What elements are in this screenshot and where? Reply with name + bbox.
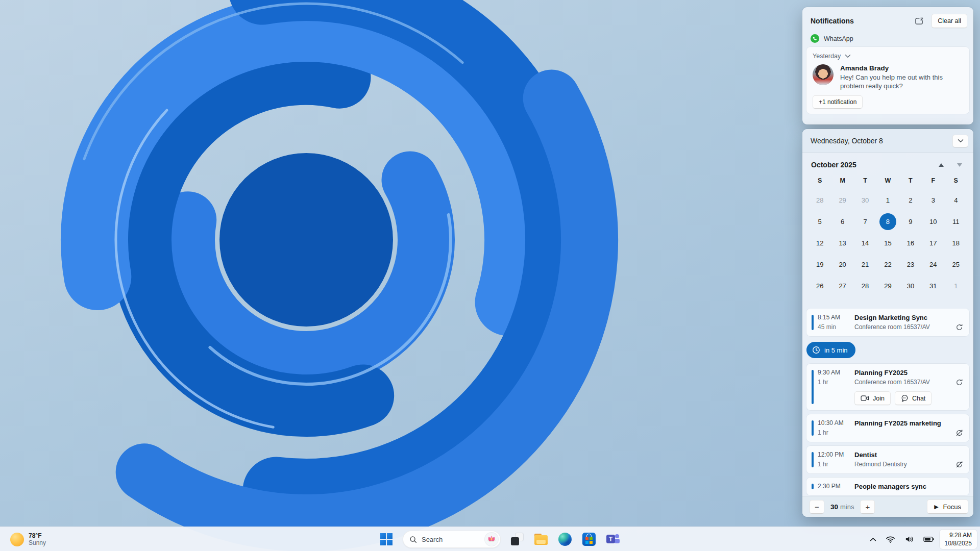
event-card[interactable]: 12:00 PM Dentist 1 hr Redmond Dentistry: [806, 446, 969, 473]
clock-date-button[interactable]: 9:28 AM 10/8/2025: [940, 530, 977, 549]
notification-group-toggle[interactable]: Yesterday: [813, 53, 851, 60]
focus-minutes-unit: mins: [840, 503, 854, 511]
edge-icon: [558, 533, 572, 546]
weekday-label: T: [854, 172, 876, 189]
show-hidden-icons-button[interactable]: [866, 530, 880, 548]
join-button[interactable]: Join: [854, 391, 891, 405]
calendar-day[interactable]: 22: [876, 254, 899, 275]
reminder-pill[interactable]: in 5 min: [806, 342, 855, 358]
day-number: 8: [879, 213, 896, 230]
calendar-day[interactable]: 4: [945, 189, 967, 211]
calendar-day[interactable]: 30: [854, 189, 876, 211]
calendar-day[interactable]: 3: [922, 189, 944, 211]
file-explorer-icon: [534, 534, 548, 545]
calendar-day[interactable]: 1: [945, 275, 967, 296]
calendar-day[interactable]: 18: [945, 232, 967, 254]
avatar: [813, 64, 834, 85]
do-not-disturb-icon[interactable]: [911, 14, 927, 28]
calendar-day[interactable]: 7: [854, 211, 876, 232]
chat-icon: [901, 394, 909, 402]
calendar-day[interactable]: 25: [945, 254, 967, 275]
calendar-day[interactable]: 24: [922, 254, 944, 275]
calendar-day[interactable]: 9: [899, 211, 922, 232]
day-number: 13: [834, 235, 851, 252]
event-time: 2:30 PM: [818, 483, 849, 490]
start-button[interactable]: [379, 532, 394, 547]
calendar-day[interactable]: 29: [831, 189, 853, 211]
calendar-day[interactable]: 17: [922, 232, 944, 254]
calendar-day[interactable]: 23: [899, 254, 922, 275]
month-previous-icon[interactable]: [939, 163, 944, 167]
search-label: Search: [422, 536, 480, 543]
calendar-day[interactable]: 16: [899, 232, 922, 254]
event-card[interactable]: 2:30 PM People managers sync: [806, 478, 969, 495]
weekday-label: M: [831, 172, 853, 189]
chevron-up-icon: [870, 537, 876, 542]
edge-button[interactable]: [557, 532, 573, 547]
calendar-collapse-button[interactable]: [952, 135, 968, 147]
notifications-header: Notifications Clear all: [802, 7, 973, 31]
calendar-day[interactable]: 26: [808, 275, 831, 296]
calendar-day[interactable]: 2: [899, 189, 922, 211]
volume-button[interactable]: [901, 530, 918, 548]
battery-button[interactable]: [920, 530, 938, 548]
task-view-button[interactable]: [509, 532, 525, 547]
calendar-day[interactable]: 14: [854, 232, 876, 254]
event-card[interactable]: 10:30 AM Planning FY2025 marketing 1 hr: [806, 414, 969, 442]
more-notifications-button[interactable]: +1 notification: [813, 95, 863, 109]
calendar-day[interactable]: 19: [808, 254, 831, 275]
task-view-icon: [511, 533, 523, 545]
day-number: 19: [812, 256, 828, 273]
calendar-day[interactable]: 12: [808, 232, 831, 254]
event-location: Redmond Dentistry: [854, 461, 948, 468]
day-number: 9: [902, 213, 919, 230]
wifi-button[interactable]: [882, 530, 899, 548]
month-next-icon[interactable]: [957, 163, 962, 167]
calendar-day[interactable]: 13: [831, 232, 853, 254]
calendar-panel: Wednesday, October 8 October 2025 S M T …: [802, 129, 973, 517]
clear-all-button[interactable]: Clear all: [932, 14, 967, 28]
wifi-icon: [886, 535, 895, 543]
notification-app-name: WhatsApp: [824, 35, 853, 42]
play-icon: ▶: [934, 504, 938, 510]
notification-card[interactable]: Yesterday Amanda Brady Hey! Can you help…: [806, 47, 969, 114]
focus-minutes-value: 30: [830, 503, 838, 511]
calendar-day[interactable]: 31: [922, 275, 944, 296]
file-explorer-button[interactable]: [533, 532, 549, 547]
event-card[interactable]: 8:15 AM Design Marketing Sync 45 min Con…: [806, 309, 969, 336]
calendar-day[interactable]: 27: [831, 275, 853, 296]
focus-button[interactable]: ▶ Focus: [927, 499, 968, 514]
calendar-day[interactable]: 1: [876, 189, 899, 211]
calendar-day[interactable]: 6: [831, 211, 853, 232]
day-number: 25: [947, 256, 964, 273]
calendar-day[interactable]: 28: [808, 189, 831, 211]
notification-group-label: Yesterday: [813, 53, 841, 60]
calendar-day[interactable]: 28: [854, 275, 876, 296]
calendar-day[interactable]: 29: [876, 275, 899, 296]
microsoft-store-button[interactable]: [581, 532, 597, 547]
day-number: 17: [925, 235, 942, 252]
taskbar: 78°F Sunny Search: [0, 527, 980, 551]
day-number: 1: [947, 278, 964, 294]
day-number: 15: [879, 235, 896, 252]
teams-button[interactable]: T: [605, 532, 621, 547]
calendar-day[interactable]: 21: [854, 254, 876, 275]
widgets-weather-button[interactable]: 78°F Sunny: [5, 527, 51, 551]
chat-button[interactable]: Chat: [895, 391, 932, 405]
join-label: Join: [873, 395, 885, 402]
calendar-day[interactable]: 15: [876, 232, 899, 254]
system-tray: 9:28 AM 10/8/2025: [866, 527, 977, 551]
decrease-minutes-button[interactable]: −: [810, 500, 824, 514]
calendar-day[interactable]: 30: [899, 275, 922, 296]
calendar-day[interactable]: 5: [808, 211, 831, 232]
calendar-day-selected[interactable]: 8: [876, 211, 899, 232]
calendar-day[interactable]: 10: [922, 211, 944, 232]
search-input[interactable]: Search: [403, 531, 501, 548]
increase-minutes-button[interactable]: +: [860, 500, 875, 514]
calendar-day[interactable]: 20: [831, 254, 853, 275]
focus-session-bar: − 30mins + ▶ Focus: [802, 496, 973, 517]
event-location: [854, 429, 948, 437]
calendar-day[interactable]: 11: [945, 211, 967, 232]
event-card[interactable]: 9:30 AM Planning FY2025 1 hr Conference …: [806, 364, 969, 410]
day-number: 27: [834, 278, 851, 294]
